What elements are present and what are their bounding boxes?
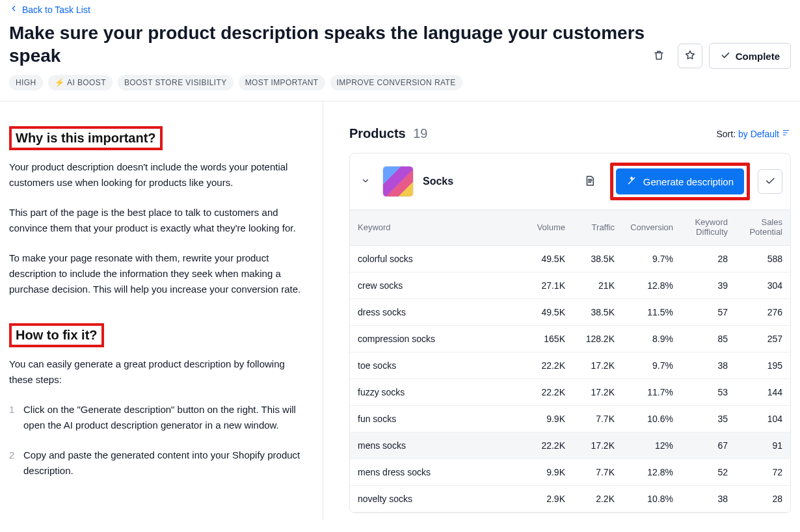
cell-keyword: fun socks — [358, 414, 516, 424]
cell-sales-potential: 104 — [728, 414, 782, 424]
cell-keyword: dress socks — [358, 307, 516, 317]
sort-by-button[interactable]: by Default — [738, 128, 791, 139]
tag-label: IMPROVE CONVERSION RATE — [337, 78, 456, 87]
steps-list: Click on the "Generate description" butt… — [9, 402, 308, 479]
cell-volume: 9.9K — [516, 414, 565, 424]
tag-list: HIGH⚡AI BOOSTBOOST STORE VISIBILITYMOST … — [9, 75, 647, 90]
sort-label: Sort: — [716, 129, 736, 139]
col-traffic: Traffic — [565, 222, 615, 232]
cell-volume: 165K — [516, 334, 565, 344]
cell-keyword-difficulty: 38 — [673, 494, 728, 504]
generate-description-button[interactable]: Generate description — [616, 168, 744, 194]
cell-sales-potential: 304 — [728, 280, 782, 291]
cell-conversion: 10.6% — [615, 414, 673, 424]
col-volume: Volume — [516, 222, 565, 232]
table-row[interactable]: mens dress socks9.9K7.7K12.8%5272 — [350, 459, 790, 486]
cell-traffic: 17.2K — [565, 440, 615, 451]
how-to-fix-heading: How to fix it? — [16, 328, 98, 342]
tag-label: HIGH — [16, 78, 36, 87]
table-header: Keyword Volume Traffic Conversion Keywor… — [350, 209, 790, 246]
cell-keyword: fuzzy socks — [358, 387, 516, 397]
sort-icon — [782, 128, 791, 139]
cell-volume: 49.5K — [516, 307, 565, 317]
cell-sales-potential: 276 — [728, 307, 782, 317]
cell-volume: 22.2K — [516, 387, 565, 397]
cell-conversion: 12% — [615, 440, 673, 451]
table-row[interactable]: toe socks22.2K17.2K9.7%38195 — [350, 352, 790, 379]
cell-conversion: 11.5% — [615, 307, 673, 317]
table-row[interactable]: mens socks22.2K17.2K12%6791 — [350, 432, 790, 459]
generate-description-label: Generate description — [643, 176, 734, 187]
table-row[interactable]: compression socks165K128.2K8.9%85257 — [350, 326, 790, 352]
cell-keyword: mens dress socks — [358, 467, 516, 477]
table-row[interactable]: crew socks27.1K21K12.8%39304 — [350, 273, 790, 299]
tag-label: AI BOOST — [67, 78, 106, 87]
annotation-highlight: How to fix it? — [9, 323, 104, 347]
cell-traffic: 7.7K — [565, 414, 615, 424]
complete-button[interactable]: Complete — [709, 43, 791, 69]
cell-sales-potential: 588 — [728, 254, 782, 264]
col-keyword-difficulty: KeywordDifficulty — [673, 218, 728, 237]
page-title: Make sure your product description speak… — [9, 21, 647, 67]
product-thumbnail — [382, 166, 414, 197]
tag: HIGH — [9, 75, 43, 90]
table-row[interactable]: colorful socks49.5K38.5K9.7%28588 — [350, 246, 790, 273]
cell-keyword-difficulty: 52 — [673, 467, 728, 477]
cell-keyword-difficulty: 39 — [673, 280, 728, 291]
note-icon — [584, 175, 596, 189]
cell-traffic: 21K — [565, 280, 615, 291]
chevron-down-icon — [361, 176, 370, 187]
tag: ⚡AI BOOST — [48, 75, 113, 90]
cell-volume: 22.2K — [516, 440, 565, 451]
cell-traffic: 38.5K — [565, 307, 615, 317]
table-row[interactable]: fun socks9.9K7.7K10.6%35104 — [350, 406, 790, 432]
collapse-toggle[interactable] — [358, 174, 373, 189]
cell-sales-potential: 257 — [728, 334, 782, 344]
annotation-highlight: Generate description — [610, 163, 750, 200]
tag: BOOST STORE VISIBILITY — [118, 75, 233, 90]
cell-sales-potential: 91 — [728, 440, 782, 451]
cell-keyword: colorful socks — [358, 254, 516, 264]
why-important-heading: Why is this important? — [16, 131, 156, 145]
table-row[interactable]: novelty socks2.9K2.2K10.8%3828 — [350, 486, 790, 512]
cell-keyword-difficulty: 35 — [673, 414, 728, 424]
arrow-left-icon — [9, 4, 18, 15]
cell-sales-potential: 195 — [728, 360, 782, 371]
cell-conversion: 12.8% — [615, 467, 673, 477]
col-sales-potential: SalesPotential — [728, 218, 782, 237]
cell-traffic: 17.2K — [565, 387, 615, 397]
col-keyword: Keyword — [358, 222, 516, 232]
cell-volume: 22.2K — [516, 360, 565, 371]
back-link-label: Back to Task List — [22, 5, 90, 15]
product-card: Socks Ge — [349, 153, 791, 513]
view-notes-button[interactable] — [578, 169, 602, 194]
cell-keyword: crew socks — [358, 280, 516, 291]
cell-keyword-difficulty: 53 — [673, 387, 728, 397]
why-paragraph-3: To make your page resonate with them, re… — [9, 250, 308, 297]
delete-button[interactable] — [647, 44, 671, 68]
cell-traffic: 2.2K — [565, 494, 615, 504]
cell-sales-potential: 28 — [728, 494, 782, 504]
table-row[interactable]: fuzzy socks22.2K17.2K11.7%53144 — [350, 379, 790, 406]
products-count: 19 — [413, 126, 427, 140]
cell-traffic: 38.5K — [565, 254, 615, 264]
tag-label: MOST IMPORTANT — [245, 78, 319, 87]
sort-control: Sort: by Default — [716, 128, 791, 139]
back-to-task-list-link[interactable]: Back to Task List — [9, 4, 90, 15]
cell-volume: 27.1K — [516, 280, 565, 291]
cell-keyword-difficulty: 28 — [673, 254, 728, 264]
steps-intro: You can easily generate a great product … — [9, 356, 308, 388]
star-icon — [684, 49, 696, 63]
table-row[interactable]: dress socks49.5K38.5K11.5%57276 — [350, 299, 790, 326]
cell-conversion: 8.9% — [615, 334, 673, 344]
mark-done-button[interactable] — [758, 169, 782, 194]
cell-conversion: 11.7% — [615, 387, 673, 397]
cell-conversion: 9.7% — [615, 254, 673, 264]
favorite-button[interactable] — [678, 44, 702, 68]
cell-conversion: 12.8% — [615, 280, 673, 291]
cell-volume: 9.9K — [516, 467, 565, 477]
tag: IMPROVE CONVERSION RATE — [330, 75, 462, 90]
annotation-highlight: Why is this important? — [9, 126, 163, 150]
tag: MOST IMPORTANT — [239, 75, 325, 90]
cell-traffic: 128.2K — [565, 334, 615, 344]
